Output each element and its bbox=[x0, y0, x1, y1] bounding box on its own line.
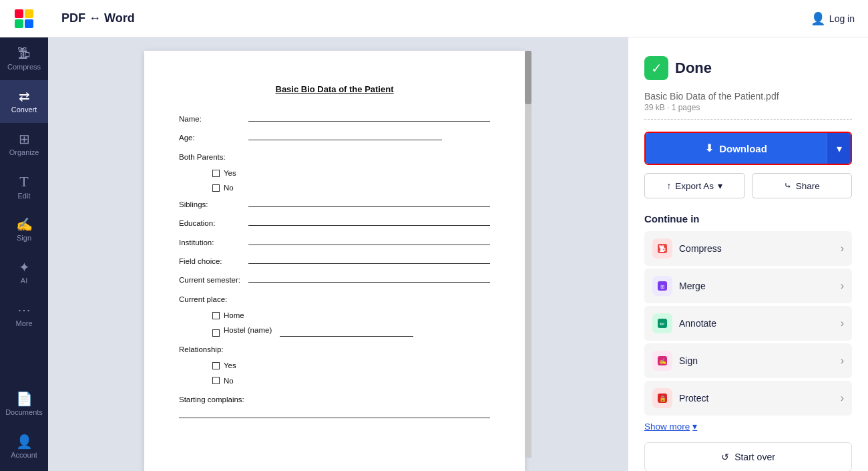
done-label: Done bbox=[675, 59, 712, 77]
pdf-line-name bbox=[248, 121, 490, 122]
compress-continue-name: Compress bbox=[679, 243, 841, 254]
download-dropdown-button[interactable]: ▾ bbox=[827, 133, 851, 164]
sign-chevron-icon: › bbox=[841, 355, 844, 367]
export-icon: ↑ bbox=[666, 181, 671, 191]
export-label: Export As bbox=[675, 181, 714, 191]
sidebar-item-documents[interactable]: 📄 Documents bbox=[0, 383, 48, 426]
pdf-field-semester: Current semester: bbox=[179, 274, 490, 286]
pdf-line-semester bbox=[248, 282, 490, 283]
sidebar-label-organize: Organize bbox=[9, 148, 39, 156]
file-name-text: Basic Bio Data of the Patient bbox=[644, 91, 763, 102]
pdf-parents-checkboxes: Yes No bbox=[212, 167, 490, 194]
sign-continue-name: Sign bbox=[679, 355, 841, 366]
sidebar: 🗜 Compress ⇄ Convert ⊞ Organize T Edit ✍… bbox=[0, 0, 48, 471]
organize-icon: ⊞ bbox=[19, 132, 30, 146]
start-over-label: Start over bbox=[734, 452, 775, 462]
download-button[interactable]: ⬇ Download bbox=[646, 133, 827, 164]
pdf-cb-yes-parents: Yes bbox=[212, 167, 490, 179]
protect-continue-name: Protect bbox=[679, 393, 841, 404]
pdf-doc-title: Basic Bio Data of the Patient bbox=[179, 83, 490, 97]
show-more-button[interactable]: Show more ▾ bbox=[644, 421, 697, 432]
user-icon: 👤 bbox=[811, 11, 825, 26]
pdf-field-fieldchoice: Field choice: bbox=[179, 255, 490, 267]
sidebar-label-documents: Documents bbox=[5, 408, 43, 416]
protect-chevron-icon: › bbox=[841, 392, 844, 404]
login-button[interactable]: 👤 Log in bbox=[811, 11, 855, 26]
continue-item-annotate[interactable]: ✏ Annotate › bbox=[644, 306, 852, 341]
more-icon: ⋯ bbox=[17, 303, 31, 317]
sidebar-item-more[interactable]: ⋯ More bbox=[0, 294, 48, 337]
sidebar-item-edit[interactable]: T Edit bbox=[0, 166, 48, 208]
annotate-continue-name: Annotate bbox=[679, 318, 841, 329]
pdf-relationship-checkboxes: Yes No bbox=[212, 359, 490, 387]
pdf-field-siblings: Siblings: bbox=[179, 198, 490, 210]
start-over-icon: ↺ bbox=[721, 452, 729, 462]
share-label: Share bbox=[796, 181, 820, 191]
export-chevron-icon: ▾ bbox=[718, 180, 722, 191]
pdf-line-fieldchoice bbox=[248, 263, 490, 264]
account-icon: 👤 bbox=[16, 435, 33, 448]
download-row: ⬇ Download ▾ bbox=[644, 132, 852, 165]
share-button[interactable]: ⤷ Share bbox=[752, 173, 853, 198]
pdf-label-age: Age: bbox=[179, 132, 246, 144]
chevron-down-icon: ▾ bbox=[837, 142, 842, 155]
login-label: Log in bbox=[829, 13, 855, 24]
pdf-current-place-label: Current place: bbox=[179, 293, 490, 305]
continue-in-label: Continue in bbox=[644, 213, 852, 224]
content-area: Basic Bio Data of the Patient Name: Age:… bbox=[48, 37, 868, 471]
action-row: ↑ Export As ▾ ⤷ Share bbox=[644, 173, 852, 198]
annotate-continue-icon: ✏ bbox=[652, 313, 672, 333]
pdf-cb-yes-rel: Yes bbox=[212, 359, 490, 371]
export-button[interactable]: ↑ Export As ▾ bbox=[644, 173, 745, 198]
continue-item-protect[interactable]: 🔒 Protect › bbox=[644, 381, 852, 416]
pdf-cb-home: Home bbox=[212, 309, 490, 321]
documents-icon: 📄 bbox=[16, 392, 33, 406]
sidebar-label-sign: Sign bbox=[17, 234, 31, 242]
checkbox-no-parents bbox=[212, 184, 220, 192]
sign-icon: ✍ bbox=[16, 218, 33, 231]
scrollbar-track[interactable] bbox=[525, 51, 531, 458]
compress-continue-icon: 🗜 bbox=[652, 239, 672, 259]
pdf-both-parents-label: Both Parents: bbox=[179, 151, 490, 163]
pdf-cb-hostel: Hostel (name) bbox=[212, 324, 490, 336]
ai-icon: ✦ bbox=[19, 261, 30, 274]
pdf-label-institution: Institution: bbox=[179, 237, 246, 249]
pdf-label-education: Education: bbox=[179, 217, 246, 229]
header: PDF ↔ Word 👤 Log in bbox=[48, 0, 868, 37]
annotate-chevron-icon: › bbox=[841, 317, 844, 329]
sidebar-item-ai[interactable]: ✦ AI bbox=[0, 251, 48, 294]
file-meta: 39 kB · 1 pages bbox=[644, 103, 852, 120]
pdf-label-semester: Current semester: bbox=[179, 274, 246, 286]
sidebar-item-organize[interactable]: ⊞ Organize bbox=[0, 123, 48, 166]
sidebar-item-account[interactable]: 👤 Account bbox=[0, 426, 48, 468]
continue-item-merge[interactable]: ⊞ Merge › bbox=[644, 269, 852, 303]
show-more-label: Show more bbox=[644, 422, 690, 432]
merge-continue-name: Merge bbox=[679, 281, 841, 291]
checkbox-no-rel bbox=[212, 377, 220, 384]
svg-text:⊞: ⊞ bbox=[660, 284, 665, 290]
page-title: PDF ↔ Word bbox=[61, 11, 135, 25]
convert-icon: ⇄ bbox=[19, 90, 30, 103]
pdf-line-siblings bbox=[248, 206, 490, 207]
scrollbar-thumb[interactable] bbox=[525, 51, 531, 104]
continue-item-compress[interactable]: 🗜 Compress › bbox=[644, 231, 852, 266]
start-over-button[interactable]: ↺ Start over bbox=[644, 442, 852, 471]
merge-chevron-icon: › bbox=[841, 280, 844, 292]
sidebar-item-compress[interactable]: 🗜 Compress bbox=[0, 37, 48, 80]
svg-text:🗜: 🗜 bbox=[659, 245, 666, 253]
sidebar-item-sign[interactable]: ✍ Sign bbox=[0, 208, 48, 251]
svg-text:🔒: 🔒 bbox=[659, 395, 667, 403]
sidebar-label-compress: Compress bbox=[7, 63, 41, 71]
checkbox-yes-parents bbox=[212, 170, 220, 177]
svg-text:✍: ✍ bbox=[659, 357, 667, 365]
sidebar-item-convert[interactable]: ⇄ Convert bbox=[0, 80, 48, 123]
checkbox-yes-rel bbox=[212, 362, 220, 369]
pdf-field-institution: Institution: bbox=[179, 237, 490, 249]
edit-icon: T bbox=[19, 174, 28, 189]
protect-continue-icon: 🔒 bbox=[652, 388, 672, 408]
pdf-starting-complains-label: Starting complains: bbox=[179, 394, 490, 406]
checkbox-hostel bbox=[212, 329, 220, 337]
checkbox-home bbox=[212, 312, 220, 319]
continue-item-sign[interactable]: ✍ Sign › bbox=[644, 343, 852, 378]
sidebar-label-account: Account bbox=[11, 451, 37, 459]
